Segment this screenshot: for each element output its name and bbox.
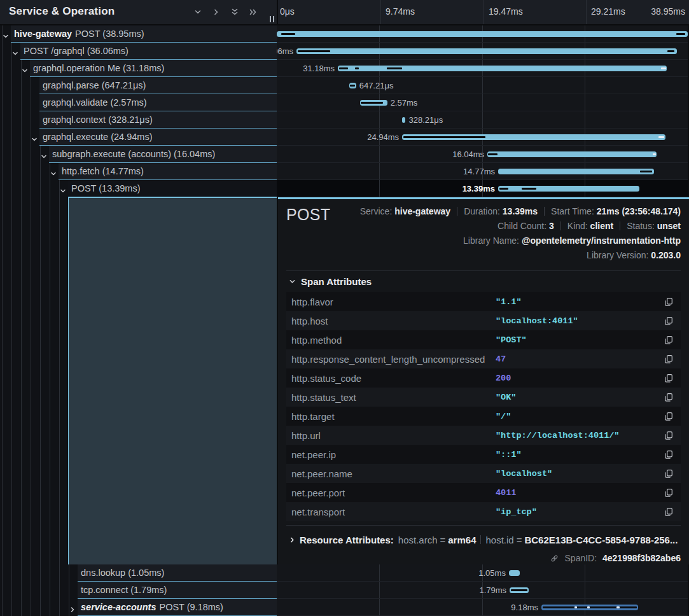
span-row[interactable]: hive-gatewayPOST (38.95ms)38.95ms bbox=[0, 25, 689, 43]
copy-icon[interactable] bbox=[664, 450, 673, 459]
span-duration-bar[interactable] bbox=[498, 169, 654, 174]
span-name[interactable]: POST /graphql (36.06ms) bbox=[20, 43, 277, 60]
span-row[interactable]: subgraph.execute (accounts) (16.04ms)16.… bbox=[0, 146, 689, 163]
span-duration-bar[interactable] bbox=[487, 151, 657, 157]
column-resize-handle[interactable] bbox=[270, 16, 274, 22]
copy-icon[interactable] bbox=[664, 507, 673, 516]
span-duration-bar[interactable] bbox=[296, 48, 677, 54]
span-duration-bar[interactable] bbox=[498, 186, 639, 192]
collapse-all-icon[interactable] bbox=[230, 8, 239, 17]
span-name-cell[interactable]: service-accountsPOST (9.18ms) bbox=[0, 599, 277, 616]
span-name[interactable]: tcp.connect (1.79ms) bbox=[78, 582, 277, 599]
chevron-right-icon[interactable] bbox=[69, 604, 76, 615]
span-name[interactable]: dns.lookup (1.05ms) bbox=[78, 564, 277, 582]
span-duration-bar[interactable] bbox=[277, 31, 688, 37]
span-name[interactable]: subgraph.execute (accounts) (16.04ms) bbox=[49, 146, 277, 163]
span-name-cell[interactable]: graphql.context (328.21μs) bbox=[0, 111, 277, 129]
chevron-down-icon[interactable] bbox=[3, 31, 9, 42]
attribute-key: http.host bbox=[291, 316, 496, 326]
span-attributes-header[interactable]: Span Attributes bbox=[286, 271, 681, 292]
indent-guide bbox=[40, 599, 41, 616]
copy-icon[interactable] bbox=[664, 297, 673, 306]
span-duration-bar[interactable] bbox=[402, 117, 405, 123]
span-timeline-cell[interactable]: 1.05ms bbox=[277, 564, 688, 582]
span-timeline-cell[interactable]: 24.94ms bbox=[277, 129, 688, 146]
span-duration-bar[interactable] bbox=[541, 605, 638, 610]
span-timeline-cell[interactable]: 31.18ms bbox=[277, 60, 688, 77]
span-timeline-cell[interactable]: 36.06ms bbox=[277, 43, 688, 60]
copy-icon[interactable] bbox=[664, 354, 673, 363]
collapse-one-icon[interactable] bbox=[193, 8, 202, 17]
span-name[interactable]: graphql.execute (24.94ms) bbox=[39, 129, 277, 146]
copy-icon[interactable] bbox=[664, 374, 673, 382]
span-duration-bar[interactable] bbox=[402, 134, 665, 140]
copy-icon[interactable] bbox=[664, 393, 673, 402]
span-timeline-cell[interactable]: 13.39ms bbox=[277, 180, 688, 197]
indent-guide bbox=[2, 94, 3, 111]
span-row[interactable]: graphql.validate (2.57ms)2.57ms bbox=[0, 94, 689, 111]
span-timeline-cell[interactable]: 9.18ms bbox=[277, 599, 688, 616]
span-overview-line: Child Count: 3Kind: clientStatus: unset bbox=[360, 219, 681, 234]
chevron-down-icon[interactable] bbox=[60, 185, 66, 197]
expand-one-icon[interactable] bbox=[212, 8, 221, 17]
span-row[interactable]: dns.lookup (1.05ms)1.05ms bbox=[0, 564, 689, 582]
span-row[interactable]: POST (13.39ms)13.39ms bbox=[0, 180, 689, 197]
span-name-cell[interactable]: subgraph.execute (accounts) (16.04ms) bbox=[0, 146, 277, 163]
span-row[interactable]: service-accountsPOST (9.18ms)9.18ms bbox=[0, 599, 689, 616]
span-duration-bar[interactable] bbox=[509, 570, 520, 576]
span-timeline-cell[interactable]: 328.21μs bbox=[277, 111, 688, 129]
span-name[interactable]: graphql.context (328.21μs) bbox=[39, 111, 277, 129]
span-name[interactable]: hive-gatewayPOST (38.95ms) bbox=[11, 25, 277, 43]
span-row[interactable]: tcp.connect (1.79ms)1.79ms bbox=[0, 582, 689, 599]
copy-icon[interactable] bbox=[664, 431, 673, 440]
span-row[interactable]: POST /graphql (36.06ms)36.06ms bbox=[0, 43, 689, 60]
copy-icon[interactable] bbox=[664, 412, 673, 421]
span-row[interactable]: http.fetch (14.77ms)14.77ms bbox=[0, 163, 689, 180]
span-name[interactable]: service-accountsPOST (9.18ms) bbox=[78, 599, 277, 616]
copy-icon[interactable] bbox=[664, 488, 673, 497]
span-timeline-cell[interactable]: 647.21μs bbox=[277, 77, 688, 94]
span-name-cell[interactable]: http.fetch (14.77ms) bbox=[0, 163, 277, 180]
span-row[interactable]: graphql.parse (647.21μs)647.21μs bbox=[0, 77, 689, 94]
span-row[interactable]: graphql.context (328.21μs)328.21μs bbox=[0, 111, 689, 129]
span-duration-label: 24.94ms bbox=[367, 129, 399, 146]
chevron-down-icon[interactable] bbox=[12, 48, 18, 59]
chevron-down-icon[interactable] bbox=[50, 168, 57, 179]
span-name-cell[interactable]: dns.lookup (1.05ms) bbox=[0, 564, 277, 582]
span-duration-bar[interactable] bbox=[510, 587, 529, 593]
span-duration-bar[interactable] bbox=[338, 66, 667, 71]
span-name[interactable]: graphql.operation Me (31.18ms) bbox=[30, 60, 277, 77]
expand-all-icon[interactable] bbox=[249, 8, 258, 17]
span-row[interactable]: graphql.operation Me (31.18ms)31.18ms bbox=[0, 60, 689, 77]
span-name-cell[interactable]: hive-gatewayPOST (38.95ms) bbox=[0, 25, 277, 43]
span-name[interactable]: http.fetch (14.77ms) bbox=[59, 163, 277, 180]
span-row[interactable]: graphql.execute (24.94ms)24.94ms bbox=[0, 129, 689, 146]
indent-guide bbox=[31, 599, 31, 616]
chevron-down-icon[interactable] bbox=[22, 65, 28, 76]
span-name-cell[interactable]: graphql.parse (647.21μs) bbox=[0, 77, 277, 94]
span-timeline-cell[interactable]: 16.04ms bbox=[277, 146, 688, 163]
span-name[interactable]: POST (13.39ms) bbox=[68, 180, 277, 197]
span-name-cell[interactable]: graphql.operation Me (31.18ms) bbox=[0, 60, 277, 77]
span-timeline-cell[interactable]: 2.57ms bbox=[277, 94, 688, 111]
span-duration-bar[interactable] bbox=[349, 83, 356, 88]
span-name-cell[interactable]: POST /graphql (36.06ms) bbox=[0, 43, 277, 60]
span-timeline-cell[interactable]: 1.79ms bbox=[277, 582, 688, 599]
chevron-down-icon[interactable] bbox=[41, 151, 47, 162]
span-timeline-cell[interactable]: 14.77ms bbox=[277, 163, 688, 180]
link-icon[interactable] bbox=[550, 553, 562, 563]
span-name-cell[interactable]: graphql.execute (24.94ms) bbox=[0, 129, 277, 146]
copy-icon[interactable] bbox=[664, 335, 673, 344]
span-name-cell[interactable]: tcp.connect (1.79ms) bbox=[0, 582, 277, 599]
span-name-cell[interactable]: graphql.validate (2.57ms) bbox=[0, 94, 277, 111]
span-name-cell[interactable]: POST (13.39ms) bbox=[0, 180, 277, 197]
span-duration-bar[interactable] bbox=[360, 100, 387, 106]
span-duration-label: 16.04ms bbox=[452, 146, 484, 163]
copy-icon[interactable] bbox=[664, 316, 673, 325]
span-name[interactable]: graphql.parse (647.21μs) bbox=[39, 77, 277, 94]
copy-icon[interactable] bbox=[664, 469, 673, 478]
resource-attributes-row[interactable]: Resource Attributes: host.arch=arm64host… bbox=[286, 529, 681, 550]
chevron-down-icon[interactable] bbox=[31, 134, 38, 145]
span-name[interactable]: graphql.validate (2.57ms) bbox=[39, 94, 277, 111]
span-timeline-cell[interactable]: 38.95ms bbox=[277, 25, 688, 43]
